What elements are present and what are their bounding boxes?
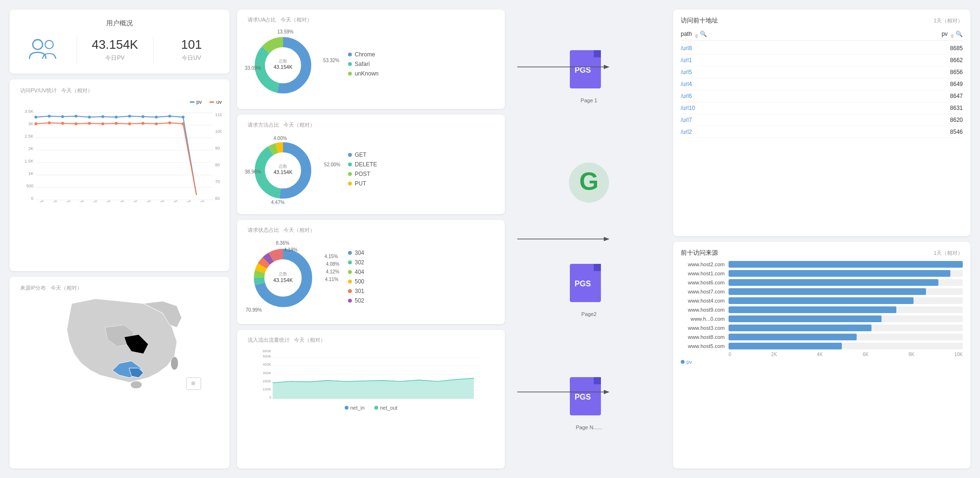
svg-text:总数: 总数 bbox=[278, 164, 287, 169]
ua-legend: Chrome Safari unKnown bbox=[348, 51, 379, 80]
path-search-icon[interactable]: 🔍 bbox=[700, 31, 707, 37]
ua-donut-wrap: 总数 43.154K 13.59% 53.32% 33.09% bbox=[245, 28, 340, 102]
top-pages-title: 访问前十地址 bbox=[681, 16, 718, 25]
page1-group: PGS Page 1 bbox=[567, 48, 610, 103]
g-logo-svg: G bbox=[567, 161, 610, 204]
ua-legend-chrome: Chrome bbox=[348, 51, 379, 58]
col-path-header: path 🔍 bbox=[681, 31, 934, 38]
status-pct-6: 4.11% bbox=[325, 277, 338, 282]
referrer-pv-legend: pv bbox=[681, 359, 692, 365]
status-legend-304: 304 bbox=[348, 250, 364, 256]
method-chart-card: 请求方法占比 今天（相对） 总数 43.154K 4.00% 52.0 bbox=[237, 115, 505, 214]
pagen-label: Page N...... bbox=[576, 424, 602, 430]
uv-value: 101 bbox=[163, 37, 220, 52]
svg-text:3.5K: 3.5K bbox=[24, 109, 33, 114]
bar-track bbox=[729, 288, 963, 295]
row-path: /url7 bbox=[681, 117, 692, 123]
table-row: /url48649 bbox=[681, 78, 963, 90]
bar-fill bbox=[729, 325, 871, 331]
bar-label: www.host4.com bbox=[681, 298, 729, 304]
row-path: /url4 bbox=[681, 81, 692, 87]
flow-chart-area: 0 100K 200K 300K 400K 500K 600K 00:00 bbox=[245, 348, 497, 401]
bar-label: www.host1.com bbox=[681, 271, 729, 276]
row-pv: 8662 bbox=[950, 57, 963, 64]
bar-track bbox=[729, 334, 963, 340]
page2-label: Page2 bbox=[581, 311, 597, 317]
method-legend: GET DELETE POST PUT bbox=[348, 152, 377, 190]
svg-text:PGS: PGS bbox=[575, 66, 591, 74]
flow-chart-svg: 0 100K 200K 300K 400K 500K 600K 00:00 bbox=[245, 348, 497, 401]
pv-line-dot bbox=[190, 101, 195, 103]
net-in-dot bbox=[345, 406, 348, 410]
row-pv: 8620 bbox=[950, 117, 963, 123]
method-pct-right: 52.00% bbox=[324, 162, 340, 167]
svg-marker-98 bbox=[272, 378, 474, 399]
flow-chart-card: 流入流出流量统计 今天（相对） 0 100K 200K 300K 400K 50… bbox=[237, 330, 505, 468]
svg-text:2.5K: 2.5K bbox=[24, 134, 33, 139]
bar-row: www.host4.com bbox=[681, 297, 963, 304]
ua-card-inner: 总数 43.154K 13.59% 53.32% 33.09% Chrome S… bbox=[245, 28, 497, 102]
bar-label: www.host6.com bbox=[681, 280, 729, 285]
svg-point-24 bbox=[34, 116, 37, 119]
bar-row: www.host9.com bbox=[681, 306, 963, 313]
bar-row: www.host2.com bbox=[681, 261, 963, 268]
svg-point-35 bbox=[182, 116, 185, 119]
method-pct-top: 4.00% bbox=[273, 136, 287, 141]
users-icon bbox=[29, 37, 57, 63]
page1-icon: PGS bbox=[567, 48, 610, 96]
bar-fill bbox=[729, 261, 963, 268]
table-row: /url58656 bbox=[681, 66, 963, 78]
bar-fill bbox=[729, 279, 938, 286]
referrer-header: 前十访问来源 1天（相对） bbox=[681, 249, 963, 257]
svg-point-36 bbox=[34, 122, 37, 125]
status-header: 请求状态占比 今天（相对） bbox=[245, 227, 497, 234]
status-legend-502: 502 bbox=[348, 297, 364, 304]
svg-point-26 bbox=[61, 115, 64, 118]
top-pages-card: 访问前十地址 1天（相对） path 🔍 pv 🔍 bbox=[673, 10, 970, 236]
middle-panel: 请求UA占比 今天（相对） 总数 43.154K 13.59% 53.32% 3 bbox=[237, 10, 505, 468]
status-donut-svg: 总数 43.154K bbox=[245, 239, 321, 317]
ua-legend-unknown: unKnown bbox=[348, 70, 379, 77]
right-panel: 访问前十地址 1天（相对） path 🔍 pv 🔍 bbox=[673, 10, 970, 468]
bar-track bbox=[729, 315, 963, 322]
svg-text:100: 100 bbox=[215, 129, 222, 134]
bar-row: www.h...0.com bbox=[681, 315, 963, 322]
bar-track bbox=[729, 306, 963, 313]
uv-stat: 101 今日UV bbox=[163, 37, 220, 62]
status-legend-500: 500 bbox=[348, 278, 364, 285]
bar-fill bbox=[729, 315, 882, 322]
status-chart-card: 请求状态占比 今天（相对） bbox=[237, 220, 505, 324]
method-pct-left: 38.96% bbox=[245, 169, 261, 174]
row-path: /url1 bbox=[681, 57, 692, 64]
svg-point-33 bbox=[155, 116, 158, 119]
ua-pct-unknown: 13.59% bbox=[277, 29, 294, 34]
table-row: /url108631 bbox=[681, 102, 963, 114]
status-pct-3: 4.15% bbox=[325, 254, 338, 259]
bar-row: www.host7.com bbox=[681, 288, 963, 295]
status-legend-302: 302 bbox=[348, 259, 364, 266]
path-sort-icon[interactable] bbox=[695, 34, 698, 38]
bar-fill bbox=[729, 270, 950, 277]
row-path: /url10 bbox=[681, 105, 695, 111]
row-pv: 8631 bbox=[950, 105, 963, 111]
table-row: /url28546 bbox=[681, 126, 963, 138]
user-overview-card: 用户概况 43.154K 今日PV 101 bbox=[10, 10, 229, 74]
pv-value: 43.154K bbox=[87, 37, 143, 52]
bar-label: www.host7.com bbox=[681, 289, 729, 294]
pv-label: 今日PV bbox=[87, 54, 143, 62]
svg-text:500K: 500K bbox=[263, 354, 272, 358]
svg-text:⊞: ⊞ bbox=[191, 380, 195, 386]
svg-rect-120 bbox=[594, 264, 601, 271]
pv-search-icon[interactable]: 🔍 bbox=[956, 31, 963, 37]
pv-stat: 43.154K 今日PV bbox=[87, 37, 143, 62]
method-legend-put: PUT bbox=[348, 180, 377, 187]
uv-label: 今日UV bbox=[163, 54, 220, 62]
ua-chart-card: 请求UA占比 今天（相对） 总数 43.154K 13.59% 53.32% 3 bbox=[237, 10, 505, 109]
svg-text:600K: 600K bbox=[263, 349, 272, 353]
svg-text:500: 500 bbox=[26, 184, 33, 188]
row-path: /url6 bbox=[681, 93, 692, 99]
bar-label: www.host5.com bbox=[681, 343, 729, 349]
pv-sort-icon[interactable] bbox=[950, 34, 954, 38]
referrer-title: 前十访问来源 bbox=[681, 249, 718, 257]
row-pv: 8647 bbox=[950, 93, 963, 99]
